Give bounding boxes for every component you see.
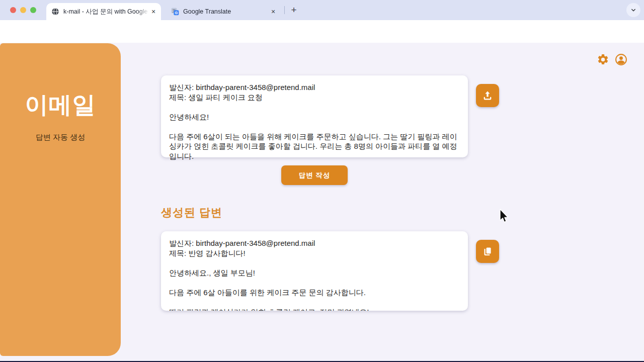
upload-icon bbox=[481, 89, 494, 102]
reply-body: 다음 주에 6살 아들이를 위한 케이크 주문 문의 감사합니다. bbox=[169, 288, 460, 298]
compose-reply-button[interactable]: 답변 작성 bbox=[281, 165, 348, 185]
email-subject: 제목: 생일 파티 케이크 요청 bbox=[169, 93, 460, 103]
tab-google-translate[interactable]: 文 G Google Translate × bbox=[167, 5, 281, 19]
reply-greeting: 안녕하세요., 생일 부모님! bbox=[169, 268, 460, 278]
tab-kmail[interactable]: k-mail - 사업 문의 with Google × bbox=[46, 3, 161, 20]
macos-traffic-lights bbox=[10, 7, 36, 13]
email-greeting: 안녕하세요! bbox=[169, 112, 460, 122]
email-body: 다음 주에 6살이 되는 아들을 위해 케이크를 주문하고 싶습니다. 그는 딸… bbox=[169, 132, 460, 161]
generated-reply-heading: 생성된 답변 bbox=[161, 205, 222, 220]
settings-button[interactable] bbox=[597, 53, 609, 66]
browser-window: k-mail - 사업 문의 with Google × 文 G Google … bbox=[0, 0, 644, 362]
tab-search-button[interactable] bbox=[626, 3, 640, 17]
copy-reply-button[interactable] bbox=[476, 240, 499, 263]
globe-favicon-icon bbox=[51, 8, 59, 16]
reply-clipped-line: 딸기 필링과 레이싱카가 얹힌 초콜릿 케이크, 정말 귀엽네요! bbox=[169, 307, 460, 311]
chevron-down-icon bbox=[630, 7, 637, 14]
gear-icon bbox=[597, 53, 609, 66]
close-tab-icon[interactable]: × bbox=[149, 7, 158, 16]
upload-email-button[interactable] bbox=[476, 84, 499, 107]
person-icon bbox=[615, 53, 627, 66]
account-button[interactable] bbox=[615, 53, 627, 66]
app-title: 이메일 bbox=[0, 89, 121, 121]
maximize-window-button[interactable] bbox=[30, 7, 36, 13]
app-subtitle: 답변 자동 생성 bbox=[0, 133, 121, 142]
copy-icon bbox=[481, 245, 494, 257]
new-tab-button[interactable]: + bbox=[288, 4, 300, 16]
tab-title: k-mail - 사업 문의 with Google bbox=[63, 8, 149, 16]
google-translate-favicon-icon: 文 G bbox=[171, 8, 179, 16]
mouse-cursor bbox=[498, 208, 509, 224]
header-icons bbox=[597, 53, 627, 66]
close-window-button[interactable] bbox=[10, 7, 16, 13]
close-tab-icon[interactable]: × bbox=[269, 7, 278, 16]
email-sender: 발신자: birthday-parent-3458@pretend.mail bbox=[169, 82, 460, 93]
tab-separator bbox=[284, 6, 285, 14]
browser-toolbar: 127.0.0.1:5000 ⋮ bbox=[0, 20, 644, 43]
tab-strip: k-mail - 사업 문의 with Google × 文 G Google … bbox=[0, 0, 644, 20]
tab-title: Google Translate bbox=[183, 8, 269, 15]
sidebar: 이메일 답변 자동 생성 bbox=[0, 43, 121, 356]
reply-sender: 발신자: birthday-parent-3458@pretend.mail bbox=[169, 238, 460, 248]
reply-subject: 제목: 반영 감사합니다! bbox=[169, 248, 460, 258]
svg-text:G: G bbox=[175, 11, 178, 15]
reply-card: 발신자: birthday-parent-3458@pretend.mail 제… bbox=[161, 231, 468, 311]
page-content: 이메일 답변 자동 생성 발신자: birthday-parent-3458@p… bbox=[0, 43, 644, 362]
minimize-window-button[interactable] bbox=[20, 7, 26, 13]
email-card: 발신자: birthday-parent-3458@pretend.mail 제… bbox=[161, 75, 468, 157]
